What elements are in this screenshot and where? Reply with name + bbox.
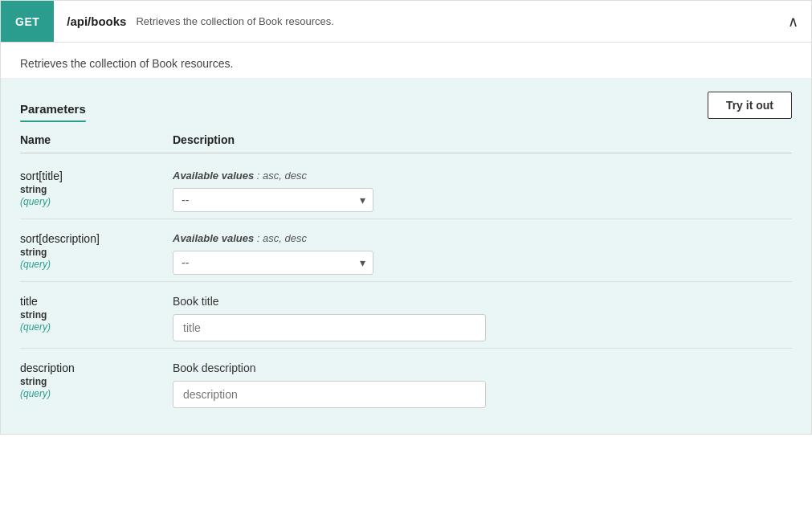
param-name-description: description	[20, 362, 75, 374]
param-name-col-sort-description: sort[description] string (query)	[20, 232, 173, 270]
param-type-sort-title: string	[20, 184, 173, 195]
param-desc-col-sort-description: Available values : asc, desc -- asc desc	[173, 232, 792, 275]
parameters-title: Parameters	[20, 102, 86, 121]
param-type-description: string	[20, 376, 173, 387]
params-col-headers: Name Description	[20, 122, 792, 153]
param-row-sort-description: sort[description] string (query) Availab…	[20, 219, 792, 282]
method-badge: GET	[1, 1, 54, 42]
parameters-section: Parameters Try it out Name Description s…	[1, 79, 811, 434]
description-input[interactable]	[173, 381, 486, 408]
param-location-description: (query)	[20, 388, 173, 399]
sort-description-select[interactable]: -- asc desc	[173, 251, 373, 275]
col-name-header: Name	[20, 133, 173, 146]
param-name-sort-title: sort[title]	[20, 170, 63, 182]
api-header: GET /api/books Retrieves the collection …	[1, 1, 811, 43]
param-label-title: Book title	[173, 295, 792, 308]
param-row-description: description string (query) Book descript…	[20, 349, 792, 415]
param-type-title: string	[20, 309, 173, 321]
param-label-description: Book description	[173, 362, 792, 374]
api-description-short: Retrieves the collection of Book resourc…	[136, 15, 333, 27]
param-row-title: title string (query) Book title	[20, 282, 792, 349]
param-name-col-description: description string (query)	[20, 362, 173, 399]
available-values-sort-description: Available values : asc, desc	[173, 232, 792, 244]
param-location-sort-description: (query)	[20, 259, 173, 270]
param-name-sort-description: sort[description]	[20, 232, 100, 245]
parameters-underline	[20, 121, 86, 122]
api-desc-text: Retrieves the collection of Book resourc…	[20, 57, 233, 70]
param-desc-col-description: Book description	[173, 362, 792, 408]
param-name-col-sort-title: sort[title] string (query)	[20, 170, 173, 207]
param-type-sort-description: string	[20, 247, 173, 258]
api-desc-section: Retrieves the collection of Book resourc…	[1, 43, 811, 79]
sort-title-select[interactable]: -- asc desc	[173, 188, 373, 212]
title-input[interactable]	[173, 314, 486, 341]
api-container: GET /api/books Retrieves the collection …	[0, 0, 812, 435]
parameters-table: Name Description sort[title] string (que…	[1, 122, 811, 434]
api-path: /api/books	[67, 14, 126, 28]
param-row-sort-title: sort[title] string (query) Available val…	[20, 157, 792, 219]
select-wrapper-sort-title: -- asc desc	[173, 188, 373, 212]
param-desc-col-title: Book title	[173, 295, 792, 341]
param-location-sort-title: (query)	[20, 196, 173, 207]
param-location-title: (query)	[20, 321, 173, 333]
parameters-title-wrap: Parameters	[20, 102, 86, 122]
try-it-out-button[interactable]: Try it out	[708, 92, 792, 119]
param-name-title: title	[20, 295, 38, 308]
param-name-col-title: title string (query)	[20, 295, 173, 333]
available-values-sort-title: Available values : asc, desc	[173, 170, 792, 182]
col-description-header: Description	[173, 133, 235, 146]
api-header-left: GET /api/books Retrieves the collection …	[1, 1, 334, 42]
select-wrapper-sort-description: -- asc desc	[173, 251, 373, 275]
parameters-header: Parameters Try it out	[1, 79, 811, 122]
param-desc-col-sort-title: Available values : asc, desc -- asc desc	[173, 170, 792, 212]
collapse-icon[interactable]: ∧	[788, 13, 798, 31]
